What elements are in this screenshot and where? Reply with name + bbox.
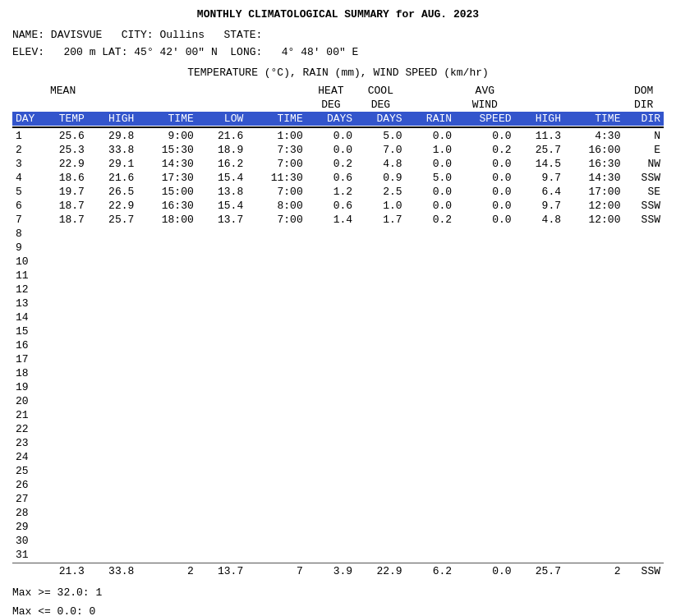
table-row: 21 bbox=[12, 408, 664, 422]
table-row: 15 bbox=[12, 324, 664, 338]
table-row: 22 bbox=[12, 422, 664, 436]
table-row: 519.726.515:0013.87:001.22.50.00.06.417:… bbox=[12, 185, 664, 199]
table-row: 322.929.114:3016.27:000.24.80.00.014.516… bbox=[12, 157, 664, 171]
col-heat-head1: HEAT bbox=[306, 84, 356, 98]
table-row: 18 bbox=[12, 366, 664, 380]
col-rain-head1 bbox=[406, 84, 455, 98]
table-row: 225.333.815:3018.97:300.07.01.00.225.716… bbox=[12, 143, 664, 157]
elev-label: ELEV: bbox=[12, 46, 44, 58]
col-htime-head1 bbox=[137, 84, 196, 98]
col-coold-head2: DEG bbox=[356, 98, 405, 112]
page-title: MONTHLY CLIMATOLOGICAL SUMMARY for AUG. … bbox=[12, 8, 664, 21]
col-low-head2 bbox=[197, 98, 246, 112]
col-dir-head3: DIR bbox=[623, 112, 664, 126]
table-row: 20 bbox=[12, 394, 664, 408]
table-row: 418.621.617:3015.411:300.60.95.00.09.714… bbox=[12, 171, 664, 185]
col-dir-head2: DIR bbox=[623, 98, 664, 112]
col-wh-head3: HIGH bbox=[515, 112, 564, 126]
table-row: 31 bbox=[12, 548, 664, 562]
meta-section: NAME: DAVISVUE CITY: Oullins STATE: ELEV… bbox=[12, 27, 664, 62]
col-avgw-head1: AVG bbox=[455, 84, 514, 98]
col-cool-head3: DAYS bbox=[356, 112, 405, 126]
col-wt-head2 bbox=[564, 98, 623, 112]
table-row: 8 bbox=[12, 227, 664, 241]
col-wind-head2: WIND bbox=[455, 98, 514, 112]
col-wh-head2 bbox=[515, 98, 564, 112]
table-row: 23 bbox=[12, 436, 664, 450]
table-row: 19 bbox=[12, 380, 664, 394]
table-row: 24 bbox=[12, 450, 664, 464]
table-row: 9 bbox=[12, 241, 664, 255]
col-rain-head2 bbox=[406, 98, 455, 112]
table-row: 29 bbox=[12, 520, 664, 534]
table-row: 125.629.89:0021.61:000.05.00.00.011.34:3… bbox=[12, 129, 664, 143]
col-htime-head3: TIME bbox=[137, 112, 196, 126]
col-heatd-head2: DEG bbox=[306, 98, 356, 112]
col-ltime-head3: TIME bbox=[246, 112, 306, 126]
table-row: 16 bbox=[12, 338, 664, 352]
table-row: 14 bbox=[12, 310, 664, 324]
table-row: 26 bbox=[12, 478, 664, 492]
lat-label: LAT: bbox=[102, 46, 127, 58]
table-row: 618.722.916:3015.48:000.61.00.00.09.712:… bbox=[12, 199, 664, 213]
table-row: 17 bbox=[12, 352, 664, 366]
col-header-top: MEAN HEAT COOL AVG DOM bbox=[12, 84, 664, 98]
col-high-head1 bbox=[88, 84, 137, 98]
col-ltime-head2 bbox=[246, 98, 306, 112]
table-row: 25 bbox=[12, 464, 664, 478]
measurement-label: TEMPERATURE (°C), RAIN (mm), WIND SPEED … bbox=[12, 67, 664, 79]
name-label: NAME: bbox=[12, 29, 44, 41]
table-row: 718.725.718:0013.77:001.41.70.20.04.812:… bbox=[12, 213, 664, 227]
climate-table: MEAN HEAT COOL AVG DOM DEG DEG WIND bbox=[12, 84, 664, 578]
col-temp-head3: TEMP bbox=[38, 112, 87, 126]
col-wt-head3: TIME bbox=[564, 112, 623, 126]
col-day-head2 bbox=[12, 98, 38, 112]
col-temp-head2 bbox=[38, 98, 87, 112]
table-row: 11 bbox=[12, 269, 664, 283]
city-label: CITY: bbox=[122, 29, 154, 41]
table-row: 28 bbox=[12, 506, 664, 520]
col-dom-head1: DOM bbox=[623, 84, 664, 98]
col-header-bot: DAY TEMP HIGH TIME LOW TIME DAYS DAYS RA… bbox=[12, 112, 664, 126]
col-high-head2 bbox=[88, 98, 137, 112]
table-row: 10 bbox=[12, 255, 664, 269]
col-high-head3: HIGH bbox=[88, 112, 137, 126]
col-htime-head2 bbox=[137, 98, 196, 112]
col-low-head3: LOW bbox=[197, 112, 246, 126]
long-label: LONG: bbox=[230, 46, 262, 58]
col-wt-head1 bbox=[564, 84, 623, 98]
col-wh-head1 bbox=[515, 84, 564, 98]
col-ltime-head1 bbox=[246, 84, 306, 98]
col-avgs-head3: SPEED bbox=[455, 112, 514, 126]
table-row: 27 bbox=[12, 492, 664, 506]
name-value: DAVISVUE bbox=[51, 29, 102, 41]
summary-section: Max >= 32.0: 1 Max <= 0.0: 0 Min <= 0.0:… bbox=[12, 583, 664, 616]
col-day-head1 bbox=[12, 84, 38, 98]
max-lte-0: Max <= 0.0: 0 bbox=[12, 602, 664, 616]
city-value: Oullins bbox=[159, 29, 205, 41]
totals-row: 21.333.8213.773.922.96.20.025.72SSW bbox=[12, 564, 664, 578]
table-row: 13 bbox=[12, 297, 664, 310]
state-label: STATE: bbox=[224, 29, 263, 41]
elev-value: 200 m bbox=[63, 46, 95, 58]
table-row: 30 bbox=[12, 534, 664, 548]
col-mean-head1: MEAN bbox=[38, 84, 87, 98]
long-value: 4° 48' 00" E bbox=[282, 46, 359, 58]
col-rain-head3: RAIN bbox=[406, 112, 455, 126]
col-low-head1 bbox=[197, 84, 246, 98]
col-header-mid: DEG DEG WIND DIR bbox=[12, 98, 664, 112]
col-cool-head1: COOL bbox=[356, 84, 405, 98]
col-day-head3: DAY bbox=[12, 112, 38, 126]
lat-value: 45° 42' 00" N bbox=[134, 46, 217, 58]
col-heat-head3: DAYS bbox=[306, 112, 356, 126]
max-gte-32: Max >= 32.0: 1 bbox=[12, 583, 664, 602]
table-row: 12 bbox=[12, 283, 664, 297]
